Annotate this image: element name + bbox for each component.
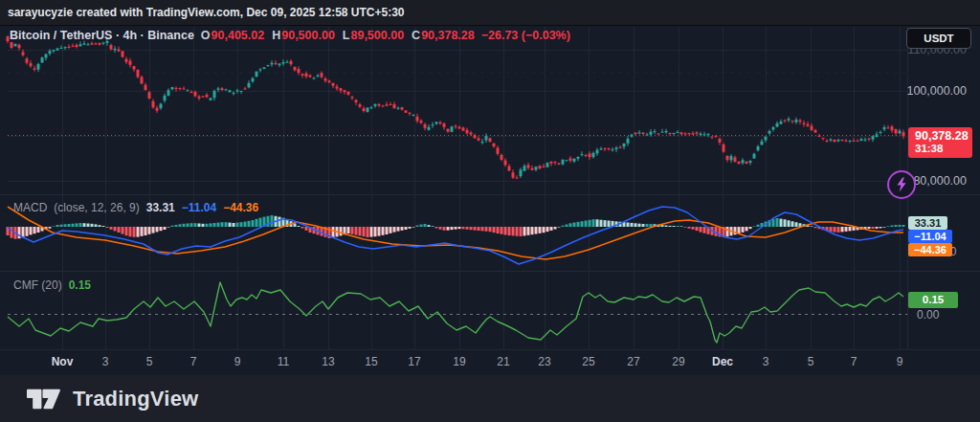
price-axis-label: 100,000.00 — [906, 84, 967, 98]
time-tick-label: 27 — [627, 355, 639, 368]
time-tick-label: 9 — [897, 355, 903, 368]
time-tick-label: Nov — [52, 355, 74, 368]
symbol-title[interactable]: Bitcoin / TetherUS · 4h · Binance — [10, 29, 194, 42]
macd-line-value: −11.04 — [182, 201, 216, 214]
time-tick-label: 7 — [851, 355, 858, 368]
cmf-legend[interactable]: CMF (20) 0.15 — [13, 278, 91, 292]
last-price-value: 90,378.28 — [915, 129, 972, 143]
time-tick-label: 5 — [146, 355, 153, 368]
time-tick-label: 3 — [763, 355, 769, 368]
time-tick-label: 9 — [234, 355, 241, 368]
last-price-tag: 90,378.28 31:38 — [908, 127, 972, 158]
tradingview-logo-icon[interactable] — [27, 387, 62, 411]
macd-signal-value: −44.36 — [223, 201, 258, 214]
macd-legend[interactable]: MACD (close, 12, 26, 9) 33.31 −11.04 −44… — [13, 201, 258, 214]
time-tick-label: 23 — [538, 355, 550, 368]
time-tick-label: 25 — [582, 355, 594, 368]
macd-signal-tag: −44.36 — [908, 243, 952, 256]
time-tick-label: 13 — [322, 355, 334, 368]
time-tick-label: 11 — [278, 355, 289, 368]
currency-toggle-button[interactable]: USDT — [906, 28, 971, 49]
macd-title[interactable]: MACD — [13, 201, 47, 214]
cmf-title[interactable]: CMF (20) — [13, 278, 62, 292]
time-tick-label: Dec — [712, 355, 733, 368]
macd-line-tag: −11.04 — [908, 230, 952, 243]
cmf-value-tag: 0.15 — [908, 292, 958, 308]
time-tick-label: 15 — [365, 355, 377, 368]
macd-hist-tag: 33.31 — [908, 216, 947, 230]
time-axis[interactable]: Nov357911131517192123252729Dec3579 — [0, 350, 980, 375]
ohlc-values: O90,405.02H90,500.00L89,500.00C90,378.28 — [201, 29, 475, 42]
attribution-text: sarayucyzie created with TradingView.com… — [8, 6, 405, 19]
price-change: −26.73 (−0.03%) — [481, 29, 570, 42]
time-tick-label: 3 — [102, 355, 109, 368]
ohlc-item: C90,378.28 — [412, 29, 475, 42]
footer-bar: TradingView — [0, 375, 980, 422]
snapshot-attribution-bar: sarayucyzie created with TradingView.com… — [0, 0, 980, 26]
time-tick-label: 19 — [453, 355, 465, 368]
lightning-bolt-icon — [895, 177, 908, 192]
time-tick-label: 17 — [408, 355, 420, 368]
bar-countdown: 31:38 — [915, 143, 972, 155]
cmf-zero-axis-label: 0.00 — [917, 308, 939, 322]
time-tick-label: 21 — [497, 355, 509, 368]
tradingview-snapshot: sarayucyzie created with TradingView.com… — [0, 0, 980, 422]
symbol-legend[interactable]: Bitcoin / TetherUS · 4h · Binance O90,40… — [10, 29, 570, 42]
ohlc-item: H90,500.00 — [272, 29, 335, 42]
boost-flash-icon[interactable] — [887, 170, 916, 199]
macd-params: (close, 12, 26, 9) — [54, 201, 139, 214]
price-axis-label: 80,000.00 — [913, 174, 967, 188]
ohlc-item: O90,405.02 — [201, 29, 264, 42]
time-tick-label: 5 — [808, 355, 814, 368]
tradingview-wordmark[interactable]: TradingView — [73, 387, 198, 411]
time-tick-label: 7 — [190, 355, 197, 368]
ohlc-item: L89,500.00 — [343, 29, 404, 42]
time-tick-label: 29 — [672, 355, 684, 368]
cmf-value: 0.15 — [69, 278, 91, 292]
macd-hist-value: 33.31 — [146, 201, 175, 214]
